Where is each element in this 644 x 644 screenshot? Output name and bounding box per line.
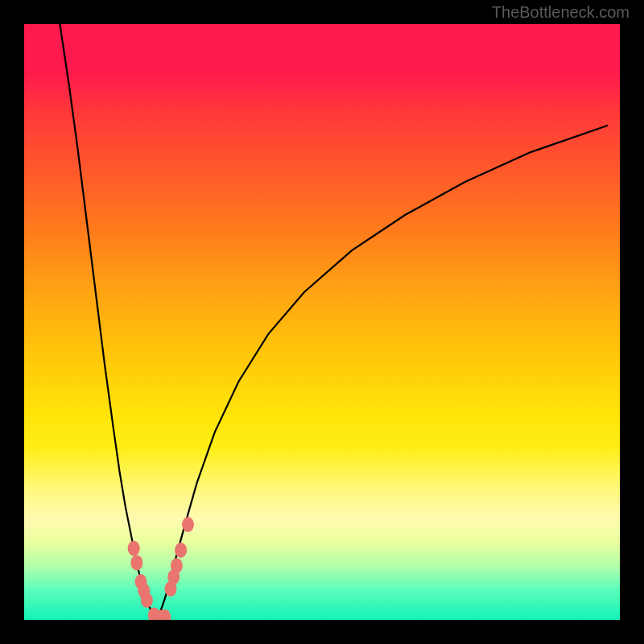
marker-dot [128, 541, 140, 556]
attribution-text: TheBottleneck.com [492, 3, 630, 22]
marker-dot [182, 517, 194, 532]
bottleneck-chart [24, 24, 620, 620]
marker-dot [171, 558, 183, 573]
curve-layer [24, 24, 620, 620]
right-branch-path [157, 126, 608, 620]
left-branch-path [60, 24, 157, 620]
marker-dot [130, 555, 142, 571]
marker-dot [141, 592, 153, 608]
marker-group [128, 517, 194, 620]
marker-dot [175, 543, 187, 558]
